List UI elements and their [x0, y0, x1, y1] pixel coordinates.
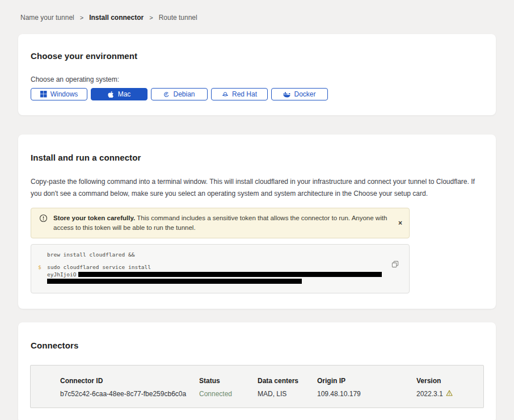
origin-ip-value: 109.48.10.179: [317, 390, 416, 398]
redacted-token-bar: [47, 279, 302, 284]
tunnel-setup-page: Name your tunnel > Install connector > R…: [0, 0, 514, 420]
install-connector-card: Install and run a connector Copy-paste t…: [18, 135, 496, 309]
data-centers-value: MAD, LIS: [258, 390, 317, 398]
code-command: $ sudo cloudflared service install eyJhI…: [38, 263, 400, 285]
debian-icon: [163, 91, 170, 98]
os-button-windows[interactable]: Windows: [31, 88, 87, 100]
breadcrumb-item-route-tunnel[interactable]: Route tunnel: [159, 14, 197, 22]
breadcrumb-item-install-connector[interactable]: Install connector: [89, 14, 144, 22]
windows-icon: [40, 91, 47, 98]
header-data-centers: Data centers: [258, 377, 317, 385]
environment-card-title: Choose your environment: [31, 51, 483, 61]
os-button-docker[interactable]: Docker: [271, 88, 328, 100]
install-card-title: Install and run a connector: [31, 153, 480, 162]
os-button-label: Mac: [118, 90, 131, 98]
connectors-table-header: Connector ID Status Data centers Origin …: [60, 377, 478, 385]
header-status: Status: [199, 377, 258, 385]
breadcrumb-separator: >: [149, 14, 153, 21]
connectors-card-title: Connectors: [31, 341, 484, 350]
header-origin-ip: Origin IP: [317, 377, 416, 385]
table-row: b7c52c42-6caa-48ee-8c77-fbe259cb6c0a Con…: [60, 390, 478, 398]
code-line-brew: brew install cloudflared &&: [47, 251, 400, 259]
os-button-redhat[interactable]: Red Hat: [211, 88, 268, 100]
code-line-sudo: sudo cloudflared service install: [47, 263, 400, 271]
connectors-card: Connectors Connector ID Status Data cent…: [18, 322, 496, 420]
breadcrumb: Name your tunnel > Install connector > R…: [0, 0, 514, 22]
os-button-label: Docker: [294, 90, 315, 98]
version-value: 2022.3.1: [416, 390, 478, 398]
warning-triangle-icon: [446, 390, 453, 398]
connectors-table: Connector ID Status Data centers Origin …: [30, 365, 484, 408]
warning-text: Store your token carefully. This command…: [53, 213, 402, 233]
close-icon[interactable]: ×: [397, 219, 403, 228]
redhat-icon: [222, 91, 229, 98]
install-command-code-block: brew install cloudflared && $ sudo cloud…: [31, 244, 410, 293]
token-warning-banner: Store your token carefully. This command…: [31, 208, 410, 238]
os-button-label: Windows: [50, 90, 78, 98]
os-select-label: Choose an operating system:: [31, 75, 483, 83]
info-circle-icon: [39, 213, 48, 225]
choose-environment-card: Choose your environment Choose an operat…: [18, 34, 496, 115]
os-button-group: Windows Mac Debian Red Hat Docker: [31, 88, 483, 100]
connector-id-value: b7c52c42-6caa-48ee-8c77-fbe259cb6c0a: [60, 390, 199, 398]
os-button-debian[interactable]: Debian: [151, 88, 208, 100]
terminal-prompt: $: [38, 263, 47, 285]
header-version: Version: [416, 377, 478, 385]
os-button-label: Red Hat: [232, 90, 257, 98]
breadcrumb-item-name-your-tunnel[interactable]: Name your tunnel: [20, 14, 74, 22]
breadcrumb-separator: >: [80, 14, 83, 21]
token-prefix: eyJhIjoiO: [47, 271, 76, 278]
header-connector-id: Connector ID: [60, 377, 199, 385]
docker-icon: [283, 91, 290, 98]
install-card-description: Copy-paste the following command into a …: [31, 176, 480, 200]
copy-icon[interactable]: [390, 259, 400, 271]
status-badge: Connected: [199, 390, 258, 398]
redacted-token-bar: [78, 272, 382, 277]
os-button-label: Debian: [173, 90, 195, 98]
apple-icon: [108, 91, 115, 98]
os-button-mac[interactable]: Mac: [91, 88, 148, 100]
